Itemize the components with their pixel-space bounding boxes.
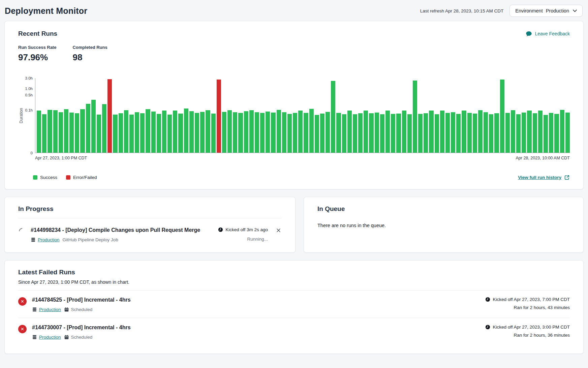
- run-bar-success[interactable]: [59, 112, 63, 153]
- run-bar-success[interactable]: [320, 114, 324, 153]
- run-bar-success[interactable]: [445, 113, 450, 153]
- run-bar-success[interactable]: [331, 81, 335, 153]
- run-bar-success[interactable]: [429, 111, 433, 153]
- run-bar-success[interactable]: [64, 109, 68, 153]
- run-bar-success[interactable]: [249, 110, 254, 153]
- run-bar-success[interactable]: [347, 111, 352, 153]
- run-bar-failed[interactable]: [107, 79, 112, 153]
- run-bar-success[interactable]: [424, 113, 428, 153]
- run-bar-success[interactable]: [451, 112, 455, 153]
- run-bar-success[interactable]: [293, 113, 297, 153]
- run-bar-success[interactable]: [260, 113, 265, 153]
- run-bar-success[interactable]: [500, 80, 504, 153]
- run-bar-failed[interactable]: [217, 80, 221, 153]
- run-bar-success[interactable]: [522, 113, 526, 153]
- environment-link[interactable]: Production: [39, 335, 61, 340]
- run-bar-success[interactable]: [178, 114, 183, 153]
- run-bar-success[interactable]: [326, 112, 330, 153]
- run-bar-success[interactable]: [342, 114, 346, 153]
- run-bar-success[interactable]: [364, 111, 368, 153]
- run-bar-success[interactable]: [407, 114, 412, 153]
- environment-link[interactable]: Production: [39, 307, 61, 312]
- run-bar-success[interactable]: [189, 111, 194, 153]
- run-bar-success[interactable]: [440, 111, 444, 153]
- run-bar-success[interactable]: [462, 111, 466, 153]
- run-bar-success[interactable]: [380, 114, 384, 153]
- run-bar-success[interactable]: [91, 100, 96, 153]
- run-bar-success[interactable]: [287, 114, 292, 153]
- run-bar-success[interactable]: [375, 113, 379, 153]
- run-bar-success[interactable]: [484, 112, 488, 153]
- run-bar-success[interactable]: [113, 115, 117, 153]
- run-bar-success[interactable]: [97, 115, 101, 153]
- environment-dropdown[interactable]: Environment Production: [509, 5, 583, 17]
- run-bar-success[interactable]: [135, 112, 139, 153]
- view-full-run-history-link[interactable]: View full run history: [518, 175, 570, 180]
- run-bar-success[interactable]: [538, 111, 543, 153]
- run-bar-success[interactable]: [549, 113, 553, 153]
- run-bar-success[interactable]: [48, 110, 52, 153]
- run-bar-success[interactable]: [119, 113, 123, 153]
- run-bar-success[interactable]: [200, 112, 205, 153]
- run-bar-success[interactable]: [505, 113, 510, 153]
- run-bar-success[interactable]: [162, 111, 166, 153]
- run-bar-success[interactable]: [244, 111, 248, 153]
- run-bar-success[interactable]: [315, 115, 319, 153]
- run-bar-success[interactable]: [467, 113, 472, 153]
- run-bar-success[interactable]: [86, 104, 90, 153]
- run-bar-success[interactable]: [396, 114, 401, 153]
- run-bar-success[interactable]: [69, 113, 74, 153]
- run-bar-success[interactable]: [271, 113, 275, 153]
- run-bar-success[interactable]: [227, 110, 232, 153]
- run-bar-success[interactable]: [129, 115, 134, 153]
- run-bar-success[interactable]: [102, 104, 106, 153]
- run-bar-success[interactable]: [157, 114, 161, 153]
- run-bar-success[interactable]: [266, 112, 270, 153]
- run-bar-success[interactable]: [544, 115, 548, 153]
- run-bar-success[interactable]: [298, 111, 303, 153]
- run-bar-success[interactable]: [533, 113, 537, 153]
- run-bar-success[interactable]: [211, 114, 216, 153]
- run-bar-success[interactable]: [516, 114, 521, 153]
- run-bar-success[interactable]: [309, 109, 314, 153]
- run-bar-success[interactable]: [358, 113, 363, 153]
- run-bar-success[interactable]: [124, 110, 128, 153]
- environment-link[interactable]: Production: [38, 237, 60, 242]
- run-bar-success[interactable]: [511, 110, 515, 153]
- run-bar-success[interactable]: [353, 114, 357, 153]
- run-bar-success[interactable]: [238, 113, 243, 153]
- run-bar-success[interactable]: [402, 111, 406, 153]
- run-bar-success[interactable]: [494, 113, 499, 153]
- run-bar-success[interactable]: [456, 114, 461, 153]
- run-bar-success[interactable]: [418, 114, 423, 153]
- run-bar-success[interactable]: [435, 114, 439, 153]
- run-bar-success[interactable]: [42, 114, 47, 153]
- run-bar-success[interactable]: [277, 110, 281, 153]
- run-bar-success[interactable]: [140, 113, 145, 153]
- run-bar-success[interactable]: [255, 112, 259, 153]
- run-bar-success[interactable]: [206, 110, 210, 153]
- run-bar-success[interactable]: [282, 112, 286, 153]
- leave-feedback-link[interactable]: Leave Feedback: [526, 31, 570, 37]
- run-bar-success[interactable]: [222, 112, 226, 153]
- run-bar-success[interactable]: [385, 111, 390, 153]
- run-bar-success[interactable]: [413, 81, 417, 153]
- run-bar-success[interactable]: [53, 110, 58, 153]
- run-bar-success[interactable]: [151, 112, 156, 153]
- run-bar-success[interactable]: [146, 109, 150, 153]
- run-bar-success[interactable]: [473, 114, 477, 153]
- run-bar-success[interactable]: [369, 113, 373, 153]
- run-bar-success[interactable]: [560, 110, 564, 153]
- run-bar-success[interactable]: [565, 113, 570, 153]
- run-bar-success[interactable]: [167, 115, 172, 153]
- run-bar-success[interactable]: [554, 114, 559, 153]
- run-bar-success[interactable]: [173, 111, 177, 153]
- dismiss-run-button[interactable]: [275, 227, 282, 234]
- run-bar-success[interactable]: [336, 113, 341, 153]
- run-bar-success[interactable]: [527, 111, 531, 153]
- run-bar-success[interactable]: [75, 113, 79, 153]
- run-bar-success[interactable]: [37, 111, 41, 153]
- run-bar-success[interactable]: [195, 113, 199, 153]
- run-bar-success[interactable]: [478, 110, 483, 153]
- run-bar-success[interactable]: [80, 109, 85, 153]
